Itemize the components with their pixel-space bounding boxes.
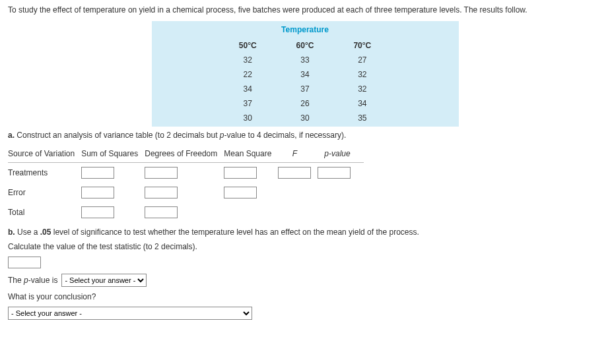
table-row: 32 33 27 [219,53,391,67]
cell: 33 [277,53,334,67]
cell: 32 [333,82,391,96]
cell: 26 [277,96,334,111]
error-ss-input[interactable] [81,187,114,198]
cell: 35 [333,111,391,125]
anova-row-total: Total [8,202,364,222]
anova-header-df: Degrees of Freedom [145,145,224,163]
cell: 34 [277,67,334,82]
cell: 34 [333,96,391,111]
error-df-input[interactable] [145,187,178,198]
error-ms-input[interactable] [224,187,257,198]
calc-instruction: Calculate the value of the test statisti… [8,242,602,251]
anova-label-error: Error [8,183,81,202]
conclusion-select[interactable]: - Select your answer - [8,307,252,320]
alpha-value: .05 [40,228,51,237]
part-b-letter: b. [8,228,15,237]
anova-header-p: p-value [318,145,363,163]
cell: 22 [219,67,277,82]
part-b-text2: level of significance to test whether th… [51,228,419,237]
cell: 37 [277,82,334,96]
part-b-label: b. Use a .05 level of significance to te… [8,228,602,237]
treatments-f-input[interactable] [278,167,311,179]
cell: 34 [219,82,277,96]
data-table-container: Temperature 50°C 60°C 70°C 32 33 27 22 3… [152,21,459,127]
table-row: 37 26 34 [219,96,391,111]
part-a-label: a. Construct an analysis of variance tab… [8,131,602,140]
p-value-row: The p-value is - Select your answer - [8,274,602,287]
p-value-label: The p-value is [8,276,57,285]
total-ss-input[interactable] [81,206,114,218]
anova-header-sov: Source of Variation [8,145,81,163]
anova-header-f: F [278,145,318,163]
table-row: 34 37 32 [219,82,391,96]
p-italic: p [220,131,224,140]
part-a-text1: Construct an analysis of variance table … [17,131,220,140]
treatments-df-input[interactable] [145,167,178,179]
cell: 30 [219,111,277,125]
anova-row-treatments: Treatments [8,163,364,183]
table-header-row: 50°C 60°C 70°C [219,38,391,53]
part-a-letter: a. [8,131,15,140]
treatments-ss-input[interactable] [81,167,114,179]
col-header: 60°C [277,38,334,53]
cell: 32 [219,53,277,67]
table-row: 30 30 35 [219,111,391,125]
treatments-ms-input[interactable] [224,167,257,179]
part-a-text2: -value to 4 decimals, if necessary). [224,131,347,140]
problem-intro: To study the effect of temperature on yi… [8,5,602,15]
p-value-select[interactable]: - Select your answer - [61,274,147,287]
temperature-title: Temperature [152,25,459,34]
col-header: 70°C [333,38,391,53]
cell: 37 [219,96,277,111]
anova-header-ms: Mean Square [224,145,278,163]
part-b-text1: Use a [17,228,40,237]
anova-label-treatments: Treatments [8,163,81,183]
col-header: 50°C [219,38,277,53]
anova-table: Source of Variation Sum of Squares Degre… [8,145,364,222]
anova-row-error: Error [8,183,364,202]
treatments-p-input[interactable] [318,167,351,179]
table-row: 22 34 32 [219,67,391,82]
anova-header-row: Source of Variation Sum of Squares Degre… [8,145,364,163]
anova-label-total: Total [8,202,81,222]
cell: 32 [333,67,391,82]
total-df-input[interactable] [145,206,178,218]
conclusion-question: What is your conclusion? [8,292,602,301]
anova-header-ss: Sum of Squares [81,145,145,163]
conclusion-row: - Select your answer - [8,307,602,320]
cell: 30 [277,111,334,125]
test-statistic-input[interactable] [8,257,41,268]
cell: 27 [333,53,391,67]
test-stat-row [8,257,602,268]
data-table: 50°C 60°C 70°C 32 33 27 22 34 32 34 37 3… [219,38,391,125]
